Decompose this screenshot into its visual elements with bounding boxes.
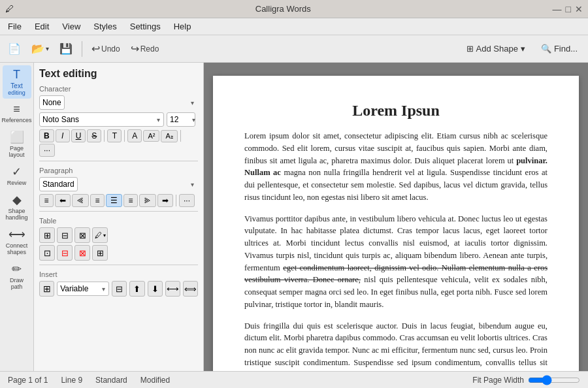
close-button[interactable]: ✕ (575, 4, 583, 14)
format-separator-3 (180, 130, 181, 142)
menu-styles[interactable]: Styles (88, 20, 122, 33)
tool-references[interactable]: ≡ References (3, 100, 31, 126)
find-button[interactable]: 🔍 Find... (534, 41, 584, 56)
main-area: T Text editing ≡ References ⬜ Pagelayout… (0, 63, 588, 371)
maximize-button[interactable]: □ (566, 4, 571, 14)
align-justify-button[interactable]: ☰ (106, 194, 122, 207)
paragraph-2[interactable]: Vivamus porttitor dapibus ante, in vesti… (244, 213, 547, 311)
save-button[interactable]: 💾 (56, 40, 76, 57)
zoom-slider[interactable] (528, 375, 580, 385)
tool-shape-handling[interactable]: ◆ Shapehandling (3, 190, 31, 223)
font-size-input[interactable] (167, 112, 195, 127)
toolbar-separator-1 (82, 41, 82, 57)
insert-type-select[interactable]: Variable (57, 282, 109, 296)
toolbar: 📄 📂 ▾ 💾 ↩ Undo ↪ Redo ⊞ Add Shape ▾ 🔍 Fi… (0, 35, 588, 63)
undo-button[interactable]: ↩ Undo (88, 40, 124, 57)
window-title: Calligra Words (255, 4, 311, 14)
search-icon: 🔍 (541, 44, 551, 54)
paragraph-style-row: Standard (39, 177, 198, 191)
paragraph-3[interactable]: Duis fringilla dui quis est scelerisque … (244, 320, 547, 372)
undo-label: Undo (101, 44, 120, 54)
tool-connect-shapes[interactable]: ⟷ Connectshapes (3, 225, 31, 258)
connect-icon: ⟷ (8, 227, 25, 242)
properties-panel: Text editing Character None B I U S (34, 63, 204, 371)
tool-label-draw: Draw path (4, 277, 30, 290)
font-size-sub-button[interactable]: A₂ (161, 130, 177, 142)
bold-button[interactable]: B (39, 129, 54, 142)
tool-text-editing[interactable]: T Text editing (3, 65, 31, 99)
italic-button[interactable]: I (56, 129, 70, 142)
redo-button[interactable]: ↪ Redo (127, 40, 163, 57)
format-row: B I U S T A A² A₂ ··· (39, 129, 198, 157)
font-size-aa-button[interactable]: A² (143, 130, 159, 142)
add-shape-button[interactable]: ⊞ Add Shape ▾ (460, 41, 532, 56)
table-grid: ⊞ ⊟ ⊠ 🖊 ▾ ⊡ ⊟ ⊠ ⊞ (39, 227, 198, 261)
style-row: None (39, 95, 198, 110)
table-btn-6[interactable]: ⊟ (57, 245, 73, 261)
tool-label-review: Review (7, 180, 27, 186)
minimize-button[interactable]: — (553, 4, 562, 14)
page[interactable]: Lorem Ipsun Lorem ipsum dolor sit amet, … (213, 76, 579, 371)
insert-btn-3[interactable]: ⬆ (129, 281, 144, 297)
redo-label: Redo (140, 44, 159, 54)
style-select[interactable]: None (39, 95, 65, 110)
new-button[interactable]: 📄 (4, 40, 25, 57)
line-info: Line 9 (61, 376, 82, 385)
align-separator (176, 195, 176, 206)
insert-icon-btn[interactable]: ⊞ (39, 281, 54, 297)
table-btn-8[interactable]: ⊞ (92, 245, 108, 261)
menu-view[interactable]: View (57, 20, 86, 33)
more-format-button[interactable]: ··· (39, 144, 55, 157)
table-btn-3[interactable]: ⊠ (74, 227, 90, 243)
document-area: Lorem Ipsun Lorem ipsum dolor sit amet, … (204, 63, 588, 371)
menu-help[interactable]: Help (169, 20, 197, 33)
align-right2-button[interactable]: ⫸ (139, 194, 156, 207)
tool-label-shape: Shapehandling (5, 208, 27, 221)
statusbar: Page 1 of 1 Line 9 Standard Modified Fit… (0, 371, 588, 388)
insert-row: ⊞ Variable ⊟ ⬆ ⬇ ⟷ ⟺ (39, 281, 198, 297)
menu-file[interactable]: File (3, 20, 27, 33)
table-btn-7[interactable]: ⊠ (74, 245, 90, 261)
indent-decrease-button[interactable]: ⬅ (55, 194, 71, 207)
align-row: ≡ ⬅ ⫷ ≡ ☰ ≡ ⫸ ➡ ··· (39, 194, 198, 207)
add-shape-label: Add Shape (476, 44, 518, 54)
draw-icon: ✏ (12, 262, 22, 276)
find-label: Find... (554, 44, 578, 54)
text-color-button[interactable]: T (107, 129, 122, 142)
more-para-button[interactable]: ··· (179, 194, 195, 207)
menu-edit[interactable]: Edit (29, 20, 54, 33)
menu-settings[interactable]: Settings (125, 20, 166, 33)
underline-button[interactable]: U (71, 129, 86, 142)
insert-btn-5[interactable]: ⟷ (165, 281, 180, 297)
align-right-button[interactable]: ≡ (123, 194, 138, 207)
table-btn-4[interactable]: 🖊 ▾ (92, 227, 108, 243)
insert-btn-6[interactable]: ⟺ (183, 281, 198, 297)
tool-draw-path[interactable]: ✏ Draw path (3, 259, 31, 293)
font-name-input[interactable] (39, 112, 164, 127)
app-icon: 🖊 (5, 4, 14, 14)
table-btn-2[interactable]: ⊟ (57, 227, 73, 243)
menubar: File Edit View Styles Settings Help (0, 18, 588, 35)
paragraph-label: Paragraph (39, 167, 198, 174)
style-info: Standard (95, 376, 127, 385)
open-button[interactable]: 📂 ▾ (27, 40, 53, 57)
font-size-up-button[interactable]: A (127, 129, 142, 142)
divider-1 (39, 161, 198, 161)
insert-btn-4[interactable]: ⬇ (148, 281, 163, 297)
paragraph-1[interactable]: Lorem ipsum dolor sit amet, consectetur … (244, 130, 547, 204)
align-left-button[interactable]: ≡ (39, 194, 54, 207)
format-separator-2 (124, 130, 125, 142)
table-btn-5[interactable]: ⊡ (39, 245, 55, 261)
divider-2 (39, 211, 198, 212)
tool-page-layout[interactable]: ⬜ Pagelayout (3, 127, 31, 161)
tool-review[interactable]: ✓ Review (3, 162, 31, 189)
align-center-button[interactable]: ≡ (90, 194, 105, 207)
indent-increase-button[interactable]: ➡ (157, 194, 173, 207)
table-btn-1[interactable]: ⊞ (39, 227, 55, 243)
insert-btn-2[interactable]: ⊟ (112, 281, 127, 297)
paragraph-style-select[interactable]: Standard (39, 177, 78, 191)
divider-3 (39, 265, 198, 265)
strikethrough-button[interactable]: S (87, 129, 101, 142)
align-left2-button[interactable]: ⫷ (72, 194, 89, 207)
tool-label-references: References (1, 117, 31, 123)
